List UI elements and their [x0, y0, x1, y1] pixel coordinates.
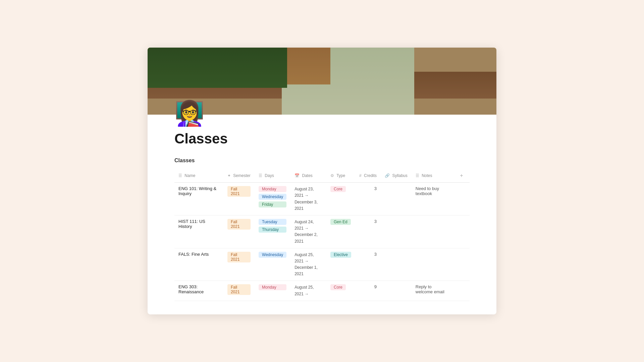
name-col-label: Name	[184, 173, 195, 178]
cell-type: Gen Ed	[326, 215, 355, 248]
cell-dates: August 25, 2021 →December 1, 2021	[290, 248, 326, 281]
credits-col-label: Credits	[364, 173, 377, 178]
cell-name: ENG 101: Writing & Inquiry	[174, 183, 223, 216]
cell-dates: August 25, 2021 →	[290, 281, 326, 301]
cell-name: ENG 303: Renaissance	[174, 281, 223, 301]
cell-notes: Reply to welcome email	[412, 281, 453, 301]
page-title: Classes	[174, 131, 470, 147]
notes-col-icon: ☰	[416, 173, 419, 178]
syllabus-col-icon: 🔗	[385, 173, 390, 178]
cell-syllabus	[381, 281, 412, 301]
semester-col-label: Semester	[233, 173, 250, 178]
page-emoji: 👩‍🏫	[174, 101, 470, 125]
type-col-label: Type	[336, 173, 345, 178]
col-header-semester[interactable]: ✦ Semester	[223, 169, 255, 183]
semester-col-icon: ✦	[227, 173, 231, 178]
cell-syllabus	[381, 183, 412, 216]
col-header-add[interactable]: +	[453, 169, 470, 183]
cell-type: Elective	[326, 248, 355, 281]
type-col-icon: ⚙	[330, 173, 334, 178]
days-col-label: Days	[265, 173, 274, 178]
cell-credits: 9	[355, 281, 381, 301]
cell-semester: Fall 2021	[223, 215, 255, 248]
cell-type: Core	[326, 183, 355, 216]
cell-dates: August 23, 2021 →December 3, 2021	[290, 183, 326, 216]
notes-col-label: Notes	[422, 173, 432, 178]
syllabus-col-label: Syllabus	[392, 173, 407, 178]
cell-notes	[412, 215, 453, 248]
dates-col-label: Dates	[302, 173, 313, 178]
col-header-name[interactable]: ☰ Name	[174, 169, 223, 183]
cell-name: HIST 111: US History	[174, 215, 223, 248]
classes-table: ☰ Name ✦ Semester ☰ Days 📅	[174, 169, 470, 301]
cell-add	[453, 281, 470, 301]
cell-days: Wednesday	[255, 248, 290, 281]
dates-col-icon: 📅	[294, 173, 300, 178]
cell-add	[453, 215, 470, 248]
cell-semester: Fall 2021	[223, 248, 255, 281]
page-content: 👩‍🏫 Classes Classes ☰ Name ✦ Semester	[148, 101, 496, 314]
add-column-button[interactable]: +	[458, 172, 466, 180]
cell-syllabus	[381, 248, 412, 281]
table-row[interactable]: ENG 101: Writing & InquiryFall 2021Monda…	[174, 183, 470, 216]
name-col-icon: ☰	[178, 173, 182, 178]
table-row[interactable]: FALS: Fine ArtsFall 2021WednesdayAugust …	[174, 248, 470, 281]
table-row[interactable]: HIST 111: US HistoryFall 2021TuesdayThur…	[174, 215, 470, 248]
col-header-notes[interactable]: ☰ Notes	[412, 169, 453, 183]
cell-credits: 3	[355, 248, 381, 281]
col-header-credits[interactable]: # Credits	[355, 169, 381, 183]
cell-syllabus	[381, 215, 412, 248]
cell-add	[453, 248, 470, 281]
cell-notes: Need to buy textbook	[412, 183, 453, 216]
credits-col-icon: #	[359, 173, 362, 178]
table-row[interactable]: ENG 303: RenaissanceFall 2021MondayAugus…	[174, 281, 470, 301]
cell-semester: Fall 2021	[223, 183, 255, 216]
cell-days: Monday	[255, 281, 290, 301]
cell-notes	[412, 248, 453, 281]
cell-add	[453, 183, 470, 216]
cell-credits: 3	[355, 215, 381, 248]
section-title: Classes	[174, 158, 470, 164]
days-col-icon: ☰	[259, 173, 262, 178]
page-container: 👩‍🏫 Classes Classes ☰ Name ✦ Semester	[148, 48, 496, 314]
col-header-days[interactable]: ☰ Days	[255, 169, 290, 183]
cell-semester: Fall 2021	[223, 281, 255, 301]
cell-name: FALS: Fine Arts	[174, 248, 223, 281]
cell-days: MondayWednesdayFriday	[255, 183, 290, 216]
cell-days: TuesdayThursday	[255, 215, 290, 248]
table-header-row: ☰ Name ✦ Semester ☰ Days 📅	[174, 169, 470, 183]
col-header-type[interactable]: ⚙ Type	[326, 169, 355, 183]
col-header-dates[interactable]: 📅 Dates	[290, 169, 326, 183]
cell-dates: August 24, 2021 →December 2, 2021	[290, 215, 326, 248]
col-header-syllabus[interactable]: 🔗 Syllabus	[381, 169, 412, 183]
cell-type: Core	[326, 281, 355, 301]
classes-table-wrapper: ☰ Name ✦ Semester ☰ Days 📅	[174, 169, 470, 301]
cell-credits: 3	[355, 183, 381, 216]
